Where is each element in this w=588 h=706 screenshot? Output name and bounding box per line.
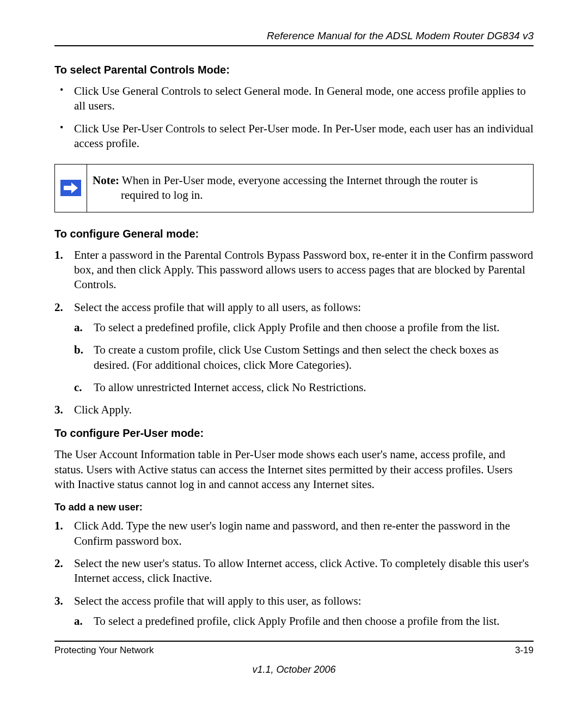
list-item: Select the access profile that will appl… [54, 594, 534, 629]
section-heading-select-mode: To select Parental Controls Mode: [54, 64, 534, 76]
general-mode-steps: Enter a password in the Parental Control… [54, 248, 534, 418]
add-user-steps: Click Add. Type the new user's login nam… [54, 519, 534, 629]
section-heading-per-user-mode: To configure Per-User mode: [54, 427, 534, 440]
manual-page: Reference Manual for the ADSL Modem Rout… [0, 0, 588, 706]
note-label: Note: [93, 174, 119, 187]
list-item: To select a predefined profile, click Ap… [74, 320, 534, 335]
list-item: Click Add. Type the new user's login nam… [54, 519, 534, 549]
note-line1: When in Per-User mode, everyone accessin… [119, 174, 478, 187]
page-footer: Protecting Your Network 3-19 [54, 641, 534, 656]
general-mode-substeps: To select a predefined profile, click Ap… [74, 320, 534, 395]
list-item: To allow unrestricted Internet access, c… [74, 380, 534, 395]
note-line2: required to log in. [93, 188, 525, 203]
note-icon-cell [55, 165, 87, 212]
footer-rule [54, 641, 534, 642]
step-text: Select the access profile that will appl… [74, 301, 361, 314]
per-user-intro: The User Account Information table in Pe… [54, 447, 534, 492]
list-item: Select the new user's status. To allow I… [54, 556, 534, 586]
list-item: Click Use Per-User Controls to select Pe… [54, 121, 534, 151]
select-mode-bullets: Click Use General Controls to select Gen… [54, 84, 534, 151]
subheading-add-user: To add a new user: [54, 502, 534, 513]
running-header: Reference Manual for the ADSL Modem Rout… [54, 30, 534, 42]
list-item: Enter a password in the Parental Control… [54, 248, 534, 293]
section-heading-general-mode: To configure General mode: [54, 228, 534, 240]
footer-page-number: 3-19 [515, 645, 534, 656]
note-callout: Note: When in Per-User mode, everyone ac… [54, 164, 534, 212]
footer-version: v1.1, October 2006 [0, 664, 588, 675]
note-text: Note: When in Per-User mode, everyone ac… [87, 165, 533, 212]
list-item: To select a predefined profile, click Ap… [74, 614, 534, 629]
list-item: Click Apply. [54, 403, 534, 417]
list-item: Click Use General Controls to select Gen… [54, 84, 534, 114]
list-item: Select the access profile that will appl… [54, 300, 534, 395]
arrow-right-icon [60, 180, 81, 196]
header-rule [54, 45, 534, 46]
list-item: To create a custom profile, click Use Cu… [74, 343, 534, 373]
step-text: Select the access profile that will appl… [74, 594, 362, 607]
footer-chapter-title: Protecting Your Network [54, 645, 154, 656]
add-user-substeps: To select a predefined profile, click Ap… [74, 614, 534, 629]
